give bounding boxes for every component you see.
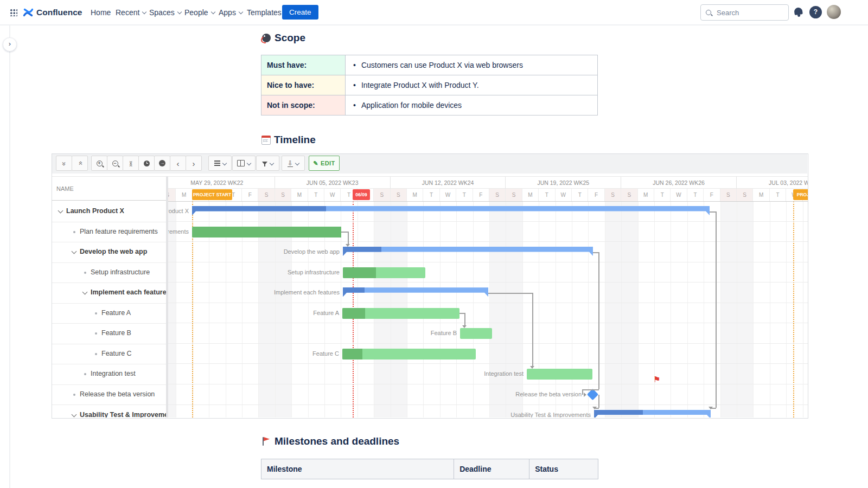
gantt-bar-label: Feature C	[312, 350, 339, 357]
user-avatar[interactable]	[827, 5, 841, 19]
chevron-down-icon[interactable]	[59, 209, 63, 213]
scope-must-have-item: •Customers can use Product X via web bro…	[346, 55, 598, 75]
dependency-connector	[598, 395, 599, 408]
scope-nice-to-have-cell: Nice to have:	[261, 75, 346, 95]
edit-button[interactable]: ✎EDIT	[309, 156, 340, 171]
columns-dropdown[interactable]	[232, 156, 256, 171]
task-name-label: Develop the web app	[80, 248, 147, 255]
scope-heading: Scope	[275, 32, 305, 44]
arrow-circle-icon: →	[159, 160, 165, 166]
chevron-down-icon[interactable]	[72, 413, 76, 417]
zoom-out-button[interactable]	[107, 156, 123, 171]
scroll-right-button[interactable]: ›	[186, 156, 202, 171]
chevron-down-icon	[247, 160, 251, 164]
nav-recent[interactable]: Recent	[116, 0, 146, 24]
panel-splitter[interactable]	[166, 176, 168, 418]
zoom-in-button[interactable]	[91, 156, 107, 171]
zoom-out-icon	[112, 160, 118, 166]
day-gridline	[687, 201, 688, 418]
sidebar-expand-button[interactable]: ›	[3, 37, 17, 52]
gantt-day-header: S	[258, 189, 275, 201]
gantt-task-row-name[interactable]: Launch Product X	[52, 201, 166, 222]
gantt-bar-label: Implement each features	[274, 289, 340, 296]
gantt-week-header: JUL 03, 2022 WK27	[737, 177, 808, 189]
app-switcher-icon[interactable]	[10, 0, 17, 24]
notifications-bell-icon[interactable]	[794, 7, 803, 15]
row-options-dropdown[interactable]	[208, 156, 232, 171]
scope-target-icon	[262, 34, 271, 42]
help-icon[interactable]: ?	[809, 6, 822, 18]
gantt-task-row-name[interactable]: Release the beta version	[52, 384, 166, 406]
nav-people[interactable]: People	[184, 0, 215, 24]
gantt-bar-label: Integration test	[484, 370, 524, 377]
task-name-label: Feature C	[101, 350, 132, 357]
gantt-bar-label: Launch Product X	[168, 208, 189, 214]
gantt-bar[interactable]	[342, 349, 476, 359]
gantt-task-row-name[interactable]: Plan feature requirements	[52, 222, 166, 243]
task-name-label: Feature A	[101, 309, 131, 317]
gantt-name-column-header: NAME	[52, 176, 166, 201]
expand-all-button[interactable]: »	[72, 156, 88, 171]
chevron-down-icon	[270, 160, 273, 164]
dependency-connector	[582, 389, 583, 395]
zoom-to-fit-icon: »«	[128, 160, 134, 166]
current-time-button[interactable]	[138, 156, 155, 171]
day-gridline	[489, 201, 490, 418]
collapse-all-icon: »	[60, 162, 67, 165]
go-to-button[interactable]: →	[154, 156, 170, 171]
gantt-task-row-name[interactable]: Feature B	[52, 323, 166, 344]
table-row: Nice to have: •Integrate Product X with …	[261, 75, 598, 95]
top-navigation-bar: Confluence Home Recent Spaces People App…	[0, 0, 868, 25]
gantt-bar[interactable]	[527, 369, 592, 380]
create-button[interactable]: Create	[282, 5, 318, 20]
zoom-to-fit-button[interactable]: »«	[123, 156, 139, 171]
bullet-dot	[73, 231, 75, 233]
search-box[interactable]	[700, 4, 789, 21]
nav-spaces[interactable]: Spaces	[149, 0, 181, 24]
scope-table: Must have: •Customers can use Product X …	[261, 55, 598, 115]
gantt-task-row-name[interactable]: Feature C	[52, 344, 166, 365]
day-gridline	[720, 201, 721, 418]
collapse-all-button[interactable]: »	[56, 156, 72, 171]
gantt-week-header: JUN 12, 2022 WK24	[391, 177, 506, 189]
gantt-bar[interactable]	[460, 328, 492, 339]
download-dropdown[interactable]: ⇩	[282, 156, 305, 171]
gantt-task-row-name[interactable]: Feature A	[52, 303, 166, 324]
day-gridline	[556, 201, 556, 418]
bullet-dot	[73, 394, 75, 396]
bullet: •	[353, 61, 356, 69]
gantt-bar[interactable]	[343, 287, 488, 297]
scope-not-in-scope-cell: Not in scope:	[261, 95, 346, 115]
chevron-down-icon[interactable]	[72, 249, 76, 254]
nav-apps[interactable]: Apps	[219, 0, 242, 24]
gantt-bar-progress	[342, 349, 362, 359]
day-gridline	[770, 201, 770, 418]
task-name-label: Launch Product X	[66, 207, 124, 215]
gantt-day-header: T	[456, 189, 473, 201]
nav-home[interactable]: Home	[91, 0, 111, 24]
status-column-header: Status	[529, 459, 598, 479]
gantt-task-row-name[interactable]: Develop the web app	[52, 242, 166, 263]
gantt-bar[interactable]	[342, 308, 459, 319]
gantt-day-header: S	[275, 189, 291, 201]
scroll-left-button[interactable]: ‹	[170, 156, 186, 171]
nav-templates[interactable]: Templates	[247, 0, 282, 24]
gantt-task-row-name[interactable]: Setup infrastructure	[52, 262, 166, 284]
gantt-day-header: M	[522, 189, 539, 201]
gantt-bar[interactable]	[343, 267, 425, 278]
confluence-logo[interactable]: Confluence	[23, 0, 82, 24]
filter-dropdown[interactable]	[256, 156, 279, 171]
gantt-task-row-name[interactable]: Integration test	[52, 364, 166, 385]
gantt-task-row-name[interactable]: Usability Test & Improvements	[52, 405, 166, 418]
scope-must-have-cell: Must have:	[261, 55, 346, 75]
gantt-day-header: M	[291, 189, 308, 201]
clock-icon	[144, 160, 150, 166]
day-gridline	[671, 201, 671, 418]
project-start-badge: PROJECT START	[192, 189, 232, 200]
chevron-down-icon[interactable]	[83, 290, 87, 294]
gantt-bar[interactable]	[192, 227, 341, 237]
gantt-task-row-name[interactable]: Implement each features	[52, 282, 166, 304]
dependency-connector	[716, 211, 717, 408]
search-input[interactable]	[716, 8, 777, 17]
gantt-toolbar: » » »« → ‹ › ⇩ ✎EDIT	[52, 154, 807, 174]
